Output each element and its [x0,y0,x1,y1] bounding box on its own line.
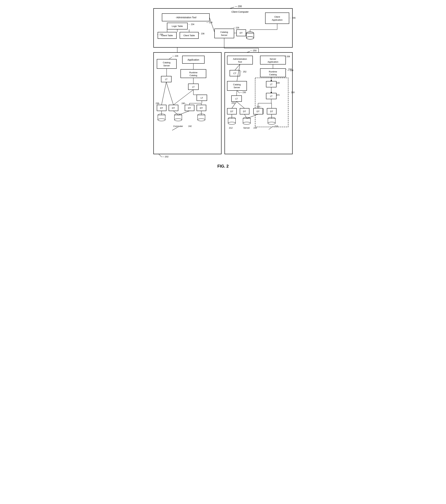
computer-label: Computer [173,125,183,127]
dt-right4-label: DT [270,110,273,113]
ref-214: 214 [254,127,257,129]
application-label: Application [188,58,199,61]
fig-caption: FIG. 2 [217,164,229,168]
ref-200: — 200 [235,5,242,8]
lt-catalog-right-label: LT [235,97,238,100]
svg-point-80 [228,122,236,124]
lt-right-top-label: LT [270,83,272,86]
ref-230: — 230 [240,91,246,94]
dt-left1-label: DT [160,107,163,109]
server-app-label: Server [270,58,276,60]
admin-tool-label: · Administration Tool [175,16,196,19]
dt-left4-label: DT [200,107,203,109]
svg-line-22 [159,154,162,157]
svg-point-10 [246,36,254,39]
runtime-catalog-right-label: Runtime [269,71,277,73]
ref-206: ← 206 [290,17,296,19]
svg-rect-66 [227,81,247,90]
client-computer-label: Client Computer [231,11,249,13]
ref-223: 223← [257,106,262,108]
ref-240: 240← [182,102,187,105]
svg-rect-25 [157,59,176,69]
runtime-catalog-left-label2: Catalog [190,74,197,77]
ct-label: CT [233,72,236,75]
ref-242: 242 [188,125,192,127]
catalog-server-top-label2: Server [221,34,228,36]
logic-table-label: Logic Table [172,25,183,27]
lt-right-mid-label: LT [270,95,272,97]
client-table2-label: Client Table [183,34,195,37]
server-app-label2: Application [268,61,278,63]
svg-point-39 [174,119,182,121]
ref-218: ← 218 [289,91,295,94]
catalog-server-left-label2: Server [163,64,170,67]
ref-212: 212 [229,126,233,129]
lt-runtime-left-label: LT [192,86,195,88]
dt-right2-label: DT [243,110,246,113]
svg-rect-6 [215,29,234,38]
ref-234: ← 234 [188,23,194,26]
ref-238: 238← [156,102,161,105]
ref-208: ← 208 [284,55,290,58]
ref-210: ← 210 [286,68,292,71]
dt-right3-label: DT [257,110,260,113]
svg-line-14 [246,33,246,33]
client-table1-label: Client Table [161,34,173,37]
lt-sub-left-label: LT [201,97,203,99]
ref-220: 220 [276,82,280,84]
svg-point-36 [158,119,165,121]
ref-250: — 250 [250,49,257,52]
svg-point-42 [198,119,205,121]
ref-226: — 226 [233,27,239,29]
ref-202: — 202 [162,155,168,158]
runtime-catalog-left-label: Runtime [189,71,197,74]
dt-left3-label: DT [188,107,191,109]
svg-rect-11 [265,13,289,24]
page-container: — 200 Client Computer · Administration T… [149,3,297,171]
ref-252: ← 252 [241,71,246,73]
admin-tool2-label: Administration [233,58,247,60]
ref-216: — 216 [272,125,278,127]
ref-221: 221 [276,94,280,96]
ref-228: — 228 [172,55,178,57]
server-label: Server [243,126,250,129]
diagram-svg: — 200 Client Computer · Administration T… [149,3,297,171]
client-app-label: Client [274,16,280,18]
catalog-server-right-label: Catalog [233,83,241,86]
ref-236: ← 236 [198,33,204,35]
svg-point-83 [243,122,250,124]
admin-tool2-label2: Tool [238,61,242,63]
dt-top-label: DT [240,32,242,34]
catalog-server-top-label: Catalog [221,31,228,33]
ref-232: ← 232 [157,33,163,36]
dt-right1-label: DT [230,110,233,113]
dt-left2-label: DT [172,107,175,109]
catalog-server-left-label: Catalog [163,61,170,64]
runtime-catalog-right-label2: Catalog [269,73,277,76]
catalog-server-right-label2: Server [234,86,240,89]
client-app-label2: Application [272,19,283,21]
lt-left-catalog-label: LT [165,78,167,81]
svg-point-86 [268,122,275,124]
